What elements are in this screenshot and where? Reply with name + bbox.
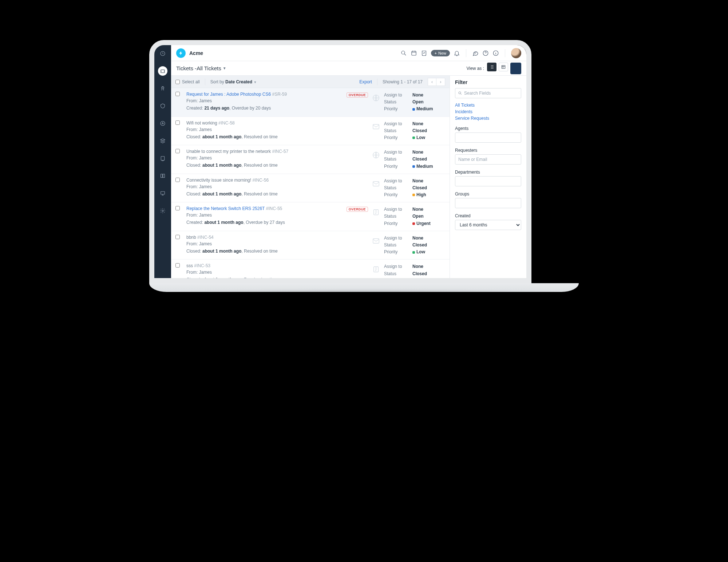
ticket-subject[interactable]: Connectivity issue since morning! [186,178,251,183]
ticket-from: James [199,184,212,189]
info-icon[interactable] [492,50,499,56]
filter-agents-input[interactable] [455,132,521,143]
ticket-status: Closed [412,127,445,134]
filter-departments-input[interactable] [455,176,521,186]
view-table-button[interactable] [499,63,508,71]
filter-toggle-button[interactable] [510,63,521,74]
ticket-row[interactable]: Connectivity issue since morning! #INC-5… [171,174,450,203]
ticket-from: James [199,270,212,275]
overdue-badge: OVERDUE [347,92,368,98]
ticket-status: Closed [412,270,445,277]
ticket-source-icon [371,235,381,245]
nav-assets[interactable] [158,154,167,163]
ticket-id: #INC-56 [252,178,269,183]
ticket-from: James [199,241,212,246]
ticket-row[interactable]: Wifi not working #INC-58 From: James Clo… [171,117,450,146]
select-all-checkbox[interactable]: Select all [175,79,200,84]
ticket-checkbox[interactable] [175,263,183,269]
svg-rect-9 [502,65,505,68]
nav-problems[interactable] [158,84,167,93]
view-list-button[interactable] [487,63,496,71]
export-link[interactable]: Export [359,79,372,84]
list-toolbar: Select all Sort by Date Created ▼ Export… [171,76,450,88]
ticket-time: about 1 month ago [202,163,241,168]
ticket-subject[interactable]: bbnb [186,235,196,240]
svg-rect-15 [373,238,379,243]
help-icon[interactable] [482,50,489,56]
ticket-id: #INC-53 [194,263,210,268]
nav-dashboard[interactable] [158,49,167,58]
chat-icon[interactable] [472,50,479,56]
chevron-down-icon[interactable]: ▼ [223,66,226,70]
user-avatar[interactable] [511,48,521,58]
filter-groups-input[interactable] [455,198,521,208]
ticket-checkbox[interactable] [175,235,183,240]
ticket-checkbox[interactable] [175,178,183,183]
ticket-checkbox[interactable] [175,149,183,154]
ticket-priority: Medium [416,164,433,169]
ticket-time: about 1 month ago [202,191,241,197]
page-prev-button[interactable]: ‹ [428,78,436,86]
ticket-priority: Low [416,135,425,140]
ticket-from: James [199,98,212,103]
calendar-icon[interactable] [411,50,417,56]
ticket-time: 21 days ago [204,106,229,111]
filter-requesters-input[interactable] [455,154,521,165]
ticket-source-icon [371,206,381,216]
filter-quick-link[interactable]: Service Requests [455,116,521,121]
ticket-subject[interactable]: Replace the Network Switch ERS 2526T [186,206,265,211]
ticket-id: #INC-57 [272,149,288,154]
tasks-icon[interactable] [421,50,427,56]
nav-releases[interactable] [158,119,167,128]
view-as-label: View as : [467,66,484,71]
ticket-time: about 1 month ago [202,277,241,282]
subheader: Tickets - All Tickets ▼ View as : [171,61,526,76]
ticket-from: James [199,213,212,218]
svg-point-1 [161,121,165,126]
nav-changes[interactable] [158,101,167,111]
ticket-row[interactable]: sss #INC-53 From: James Closed: about 1 … [171,260,450,283]
pagination-summary: Showing 1 - 17 of 17 [383,79,423,84]
filter-departments-label: Departments [455,170,521,175]
ticket-checkbox[interactable] [175,206,183,211]
filter-quick-link[interactable]: Incidents [455,109,521,114]
ticket-checkbox[interactable] [175,92,183,97]
nav-admin[interactable] [158,206,167,215]
ticket-row[interactable]: Replace the Network Switch ERS 2526T #IN… [171,202,450,231]
ticket-subject[interactable]: Request for James : Adobe Photoshop CS6 [186,92,271,97]
overdue-badge: OVERDUE [347,207,368,212]
ticket-time: about 1 month ago [204,220,243,225]
ticket-row[interactable]: Request for James : Adobe Photoshop CS6 … [171,88,450,117]
filter-created-select[interactable]: Last 6 months [455,220,521,230]
filter-search-input[interactable] [455,88,521,98]
ticket-id: #INC-55 [266,206,282,211]
search-icon[interactable] [400,50,407,56]
nav-reports[interactable] [158,189,167,198]
ticket-status: Closed [412,185,445,191]
nav-tickets[interactable] [158,66,167,76]
filter-created-label: Created [455,213,521,218]
ticket-time: about 1 month ago [202,134,241,139]
ticket-subject[interactable]: Unable to connect my printer to the netw… [186,149,271,154]
page-next-button[interactable]: › [436,78,445,86]
ticket-checkbox[interactable] [175,120,183,126]
svg-point-4 [162,210,163,211]
filter-quick-link[interactable]: All Tickets [455,103,521,108]
brand-name: Acme [189,50,203,56]
ticket-priority: Low [416,278,425,283]
ticket-row[interactable]: bbnb #INC-54 From: James Closed: about 1… [171,231,450,260]
ticket-row[interactable]: Unable to connect my printer to the netw… [171,145,450,174]
nav-solutions[interactable] [158,171,167,181]
ticket-assignee: None [412,120,445,127]
ticket-subject[interactable]: sss [186,263,193,268]
new-button[interactable]: +New [431,50,450,56]
app-logo [176,48,186,58]
sort-dropdown[interactable]: Sort by Date Created ▼ [210,79,257,84]
notifications-icon[interactable] [454,50,460,56]
page-title-current[interactable]: All Tickets [197,65,221,71]
ticket-source-icon [371,92,381,102]
filter-panel: Filter All TicketsIncidentsService Reque… [450,76,526,283]
nav-cmdb[interactable] [158,136,167,146]
ticket-subject[interactable]: Wifi not working [186,120,217,126]
select-all-label: Select all [182,79,200,84]
